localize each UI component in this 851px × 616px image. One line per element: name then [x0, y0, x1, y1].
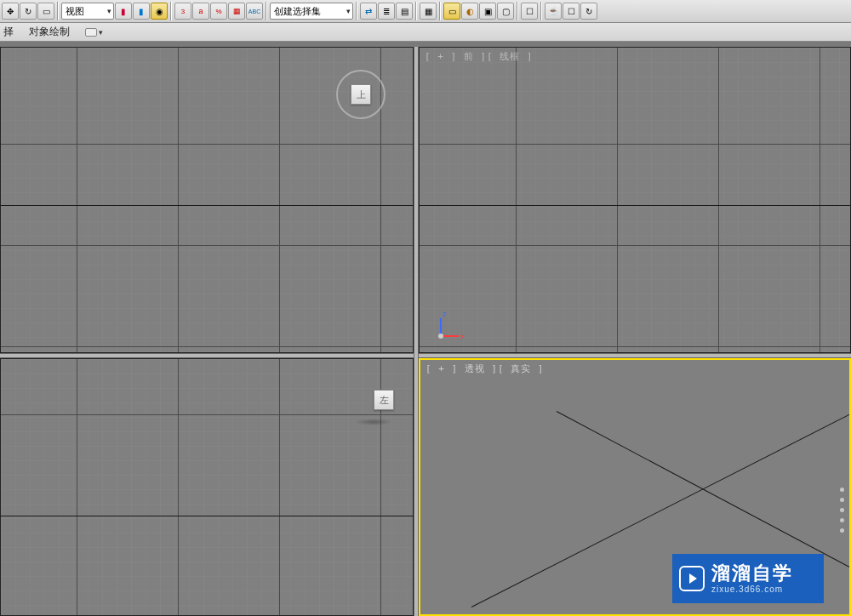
watermark-title: 溜溜自学 [711, 563, 793, 584]
viewcube-container[interactable]: 左 [363, 390, 384, 410]
view-mode-select[interactable]: 视图 [61, 3, 114, 20]
snap-3-icon[interactable]: 3 [174, 3, 191, 20]
subbar-item-draw[interactable]: 对象绘制 [29, 25, 70, 39]
separator [517, 2, 518, 20]
move-tool-icon[interactable]: ✥ [2, 3, 19, 20]
separator [170, 2, 172, 20]
render-output-icon[interactable]: ↻ [580, 3, 597, 20]
snap-toggle-icon[interactable]: ◉ [151, 3, 168, 20]
viewcube-face-label: 上 [357, 88, 366, 101]
snap-grid-icon[interactable]: ▦ [228, 3, 245, 20]
sub-toolbar: 择 对象绘制 [0, 23, 851, 42]
graph-icon[interactable]: ▦ [420, 3, 437, 20]
viewport-left[interactable]: 左 [0, 358, 414, 616]
axis-gizmo: zx [435, 311, 465, 342]
scroll-indicator [840, 488, 844, 533]
subbar-dropdown[interactable] [85, 28, 103, 37]
separator [266, 2, 267, 20]
material-icon[interactable]: ◐ [461, 3, 478, 20]
watermark-subtitle: zixue.3d66.com [711, 585, 793, 594]
grid-major [420, 48, 850, 352]
render-icon[interactable]: ☐ [521, 3, 538, 20]
render-frame-icon[interactable]: ▢ [497, 3, 514, 20]
main-toolbar: ✥ ↻ ▭ 视图 ▮ ▮ ◉ 3 a % ▦ ABC 创建选择集 ⇄ ≣ ▤ ▦… [0, 0, 851, 23]
snap-a-icon[interactable]: a [192, 3, 209, 20]
toggle-1-icon[interactable]: ▮ [115, 3, 132, 20]
separator [57, 2, 59, 20]
separator [356, 2, 357, 20]
axis-horizontal [1, 205, 413, 206]
selection-set-select[interactable]: 创建选择集 [270, 3, 353, 20]
viewport-front[interactable]: [ + ] 前 ][ 线框 ] zx [419, 47, 851, 353]
viewcube[interactable]: 左 [374, 390, 394, 410]
render-setup-icon[interactable]: ▣ [479, 3, 496, 20]
view-mode-label: 视图 [66, 5, 84, 18]
rotate-tool-icon[interactable]: ↻ [20, 3, 37, 20]
mirror-icon[interactable]: ⇄ [360, 3, 377, 20]
viewport-label[interactable]: [ + ] 前 ][ 线框 ] [425, 50, 533, 63]
abc-icon[interactable]: ABC [246, 3, 263, 20]
separator [439, 2, 441, 20]
separator [415, 2, 417, 20]
separator [540, 2, 542, 20]
align-icon[interactable]: ≣ [378, 3, 395, 20]
toggle-2-icon[interactable]: ▮ [133, 3, 150, 20]
layers-icon[interactable]: ▤ [396, 3, 413, 20]
viewport-label[interactable]: [ + ] 透视 ][ 真实 ] [426, 362, 544, 375]
axis-horizontal [1, 516, 413, 516]
axis-horizontal [420, 205, 850, 206]
viewport-top[interactable]: 上 [0, 47, 414, 353]
viewport-area: 上 [ + ] 前 ][ 线框 ] zx 左 [ + ] 透视 ][ 真实 ] [0, 47, 851, 616]
viewcube[interactable]: 上 [351, 84, 371, 105]
selection-set-label: 创建选择集 [274, 5, 321, 18]
subbar-item-select[interactable]: 择 [3, 25, 14, 39]
watermark-badge: 溜溜自学 zixue.3d66.com [672, 554, 824, 603]
play-icon [679, 566, 705, 591]
quick-render-icon[interactable]: ☕ [545, 3, 562, 20]
viewcube-face-label: 左 [380, 394, 389, 407]
schematic-icon[interactable]: ▭ [443, 3, 460, 20]
render-preset-icon[interactable]: ☐ [563, 3, 580, 20]
viewcube-ring[interactable]: 上 [336, 70, 386, 119]
grid-major [1, 359, 413, 615]
snap-pct-icon[interactable]: % [210, 3, 227, 20]
scale-tool-icon[interactable]: ▭ [37, 3, 54, 20]
